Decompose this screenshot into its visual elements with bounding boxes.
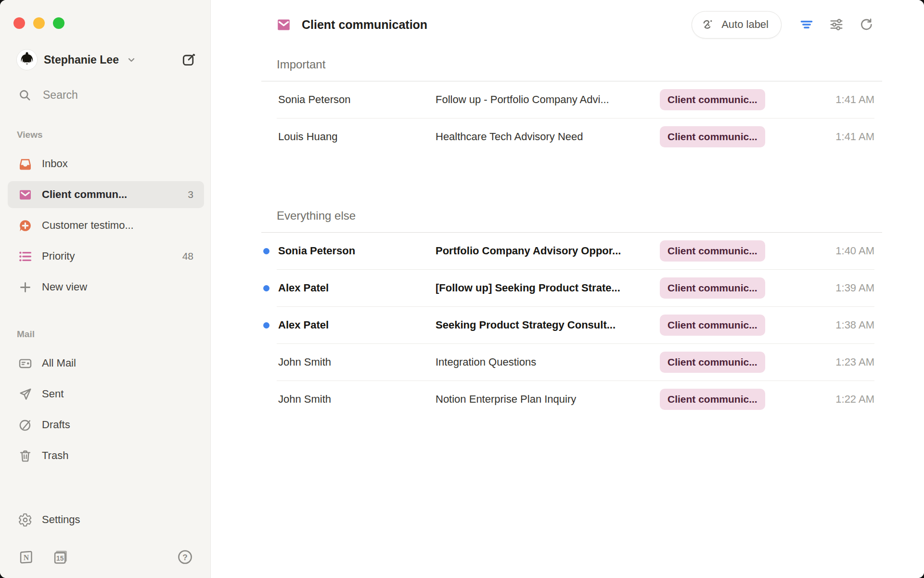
- sidebar-item-trash[interactable]: Trash: [8, 442, 204, 469]
- email-section-important: Important Sonia Peterson Follow up - Por…: [261, 58, 882, 155]
- sidebar-item-label: Inbox: [42, 158, 68, 170]
- section-title: Everything else: [261, 209, 882, 223]
- unread-dot: [263, 248, 270, 254]
- close-window-button[interactable]: [13, 17, 25, 29]
- sidebar-item-label: Settings: [42, 513, 80, 526]
- all-mail-icon: [18, 356, 32, 370]
- email-row[interactable]: Sonia Peterson Follow up - Portfolio Com…: [261, 81, 882, 118]
- sidebar-item-label: Trash: [42, 449, 68, 462]
- email-row[interactable]: Alex Patel [Follow up] Seeking Product S…: [261, 270, 882, 306]
- svg-text:?: ?: [182, 552, 188, 562]
- email-timestamp: 1:38 AM: [835, 319, 874, 331]
- sidebar-item-label: Sent: [42, 388, 64, 400]
- app-window: Stephanie Lee: [0, 0, 924, 578]
- sidebar-item-sent[interactable]: Sent: [8, 381, 204, 407]
- avatar: [16, 49, 38, 70]
- email-row[interactable]: Alex Patel Seeking Product Strategy Cons…: [261, 307, 882, 343]
- email-sender: Louis Huang: [278, 131, 436, 143]
- sidebar-item-new-view[interactable]: New view: [8, 274, 204, 301]
- email-subject: Healthcare Tech Advisory Need: [436, 131, 660, 143]
- refresh-button[interactable]: [859, 17, 874, 32]
- sidebar-item-customer-testimonials[interactable]: Customer testimo...: [8, 212, 204, 239]
- window-controls: [0, 0, 210, 29]
- label-chip[interactable]: Client communic...: [660, 240, 765, 261]
- item-count: 3: [188, 189, 193, 200]
- label-chip[interactable]: Client communic...: [660, 315, 765, 335]
- email-subject: Portfolio Company Advisory Oppor...: [436, 245, 660, 257]
- svg-text:N: N: [24, 553, 29, 562]
- minimize-window-button[interactable]: [33, 17, 45, 29]
- main-panel: Client communication Auto label: [211, 0, 924, 578]
- email-timestamp: 1:39 AM: [835, 282, 874, 294]
- sidebar-item-label: All Mail: [42, 357, 76, 369]
- email-row[interactable]: Sonia Peterson Portfolio Company Advisor…: [261, 233, 882, 269]
- views-section-label: Views: [17, 130, 210, 140]
- notion-app-button[interactable]: N: [18, 549, 34, 565]
- sidebar-item-label: Priority: [42, 250, 75, 263]
- testimonial-icon: [18, 218, 32, 233]
- auto-label-button[interactable]: Auto label: [692, 11, 782, 39]
- label-chip[interactable]: Client communic...: [660, 389, 765, 409]
- account-switcher[interactable]: Stephanie Lee: [16, 49, 196, 70]
- email-row[interactable]: John Smith Integration Questions Client …: [261, 344, 882, 381]
- sidebar-item-client-communication[interactable]: Client commun... 3: [8, 181, 204, 208]
- help-icon: ?: [177, 549, 193, 565]
- view-header: Client communication Auto label: [211, 0, 924, 39]
- email-section-everything-else: Everything else Sonia Peterson Portfolio…: [261, 209, 882, 418]
- unread-dot: [263, 285, 270, 291]
- sidebar-item-drafts[interactable]: Drafts: [8, 411, 204, 438]
- email-timestamp: 1:41 AM: [835, 131, 874, 143]
- search[interactable]: Search: [18, 89, 196, 102]
- sidebar-item-label: New view: [42, 281, 87, 293]
- gear-icon: [18, 512, 32, 527]
- plus-icon: [18, 280, 32, 294]
- email-timestamp: 1:23 AM: [835, 356, 874, 368]
- mail-label-icon: [18, 187, 32, 202]
- user-name: Stephanie Lee: [44, 53, 119, 66]
- sidebar-item-settings[interactable]: Settings: [8, 506, 204, 533]
- filter-button[interactable]: [799, 17, 814, 32]
- notion-calendar-icon: 15: [52, 549, 69, 565]
- search-icon: [18, 89, 31, 102]
- chevron-down-icon: [126, 54, 137, 66]
- sliders-icon: [829, 17, 844, 32]
- help-button[interactable]: ?: [177, 549, 193, 565]
- email-sender: Sonia Peterson: [278, 93, 436, 106]
- email-sender: Alex Patel: [278, 282, 436, 294]
- email-row[interactable]: John Smith Notion Enterprise Plan Inquir…: [261, 381, 882, 418]
- notion-calendar-button[interactable]: 15: [52, 549, 69, 565]
- sidebar: Stephanie Lee: [0, 0, 211, 578]
- item-count: 48: [182, 250, 193, 262]
- sidebar-footer: N 15: [18, 549, 193, 578]
- refresh-icon: [859, 17, 873, 32]
- mail-section-label: Mail: [17, 329, 210, 340]
- sidebar-item-priority[interactable]: Priority 48: [8, 243, 204, 270]
- email-sender: John Smith: [278, 356, 436, 368]
- sidebar-item-all-mail[interactable]: All Mail: [8, 350, 204, 377]
- zoom-window-button[interactable]: [53, 17, 64, 29]
- notion-logo-icon: N: [18, 549, 34, 565]
- email-subject: Seeking Product Strategy Consult...: [436, 319, 660, 331]
- label-chip[interactable]: Client communic...: [660, 352, 765, 372]
- search-label: Search: [43, 89, 78, 102]
- sidebar-item-inbox[interactable]: Inbox: [8, 150, 204, 177]
- page-title: Client communication: [302, 18, 427, 32]
- email-subject: Integration Questions: [436, 356, 660, 368]
- email-sender: Sonia Peterson: [278, 245, 436, 257]
- label-chip[interactable]: Client communic...: [660, 277, 765, 298]
- email-timestamp: 1:40 AM: [835, 245, 874, 257]
- label-chip[interactable]: Client communic...: [660, 89, 765, 110]
- display-options-button[interactable]: [829, 17, 844, 32]
- mail-label-icon: [276, 17, 291, 32]
- compose-button[interactable]: [181, 53, 196, 67]
- sidebar-item-label: Drafts: [42, 419, 70, 431]
- svg-text:15: 15: [56, 554, 64, 562]
- section-title: Important: [261, 58, 882, 71]
- unread-dot: [263, 322, 270, 328]
- trash-icon: [18, 448, 32, 463]
- label-chip[interactable]: Client communic...: [660, 126, 765, 147]
- email-subject: [Follow up] Seeking Product Strate...: [436, 282, 660, 294]
- email-sender: John Smith: [278, 393, 436, 406]
- email-row[interactable]: Louis Huang Healthcare Tech Advisory Nee…: [261, 118, 882, 155]
- email-list: Important Sonia Peterson Follow up - Por…: [261, 58, 882, 418]
